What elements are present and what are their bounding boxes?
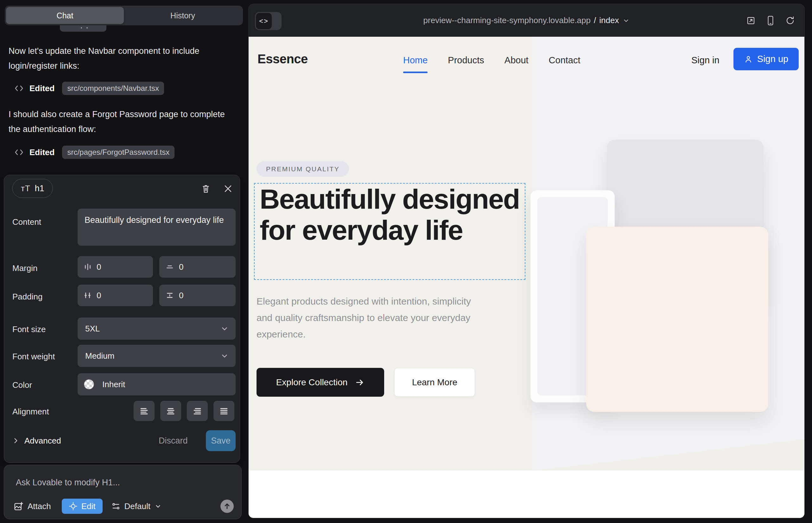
margin-horizontal-value: 0 bbox=[96, 262, 101, 272]
selected-element-outline[interactable]: Beautifully designed for everyday life bbox=[254, 183, 525, 280]
font-size-value: 5XL bbox=[85, 324, 100, 334]
font-weight-label: Font weight bbox=[12, 352, 55, 362]
alignment-label: Alignment bbox=[12, 407, 49, 417]
align-justify-button[interactable] bbox=[213, 401, 234, 421]
code-icon: <> bbox=[256, 13, 272, 29]
site-preview: Essence Home Products About Contact Sign… bbox=[249, 37, 805, 518]
align-center-button[interactable] bbox=[160, 401, 181, 421]
nav-link-home[interactable]: Home bbox=[403, 55, 427, 66]
below-hero-section bbox=[249, 470, 805, 518]
site-navbar: Essence Home Products About Contact Sign… bbox=[249, 37, 805, 81]
edit-label: Edit bbox=[82, 502, 96, 511]
hero-cta-row: Explore Collection Learn More bbox=[257, 368, 475, 397]
font-size-select[interactable]: 5XL bbox=[77, 318, 236, 340]
margin-vertical-input[interactable]: 0 bbox=[159, 256, 236, 278]
padding-horizontal-input[interactable]: 0 bbox=[77, 285, 153, 306]
edited-label: Edited bbox=[30, 147, 54, 157]
chevron-down-icon bbox=[623, 17, 630, 24]
save-button[interactable]: Save bbox=[206, 430, 236, 451]
close-editor-button[interactable] bbox=[223, 183, 233, 194]
default-label: Default bbox=[124, 502, 151, 511]
site-nav-links: Home Products About Contact bbox=[403, 55, 581, 66]
chat-history-tabs: Chat History bbox=[5, 6, 243, 25]
file-chip[interactable]: src/pages/ForgotPassword.tsx bbox=[62, 146, 175, 159]
lovable-app: Chat History Now let's update the Navbar… bbox=[0, 0, 812, 523]
code-preview-toggle[interactable]: <> bbox=[255, 12, 282, 30]
attach-label: Attach bbox=[28, 502, 51, 511]
sign-up-button[interactable]: Sign up bbox=[734, 48, 799, 70]
tab-chat[interactable]: Chat bbox=[6, 7, 124, 24]
user-icon bbox=[744, 55, 753, 64]
advanced-toggle[interactable]: Advanced bbox=[12, 430, 61, 451]
color-value: Inherit bbox=[102, 380, 125, 390]
chat-pane: Chat History Now let's update the Navbar… bbox=[0, 0, 244, 523]
padding-vertical-icon bbox=[166, 291, 174, 300]
explore-collection-button[interactable]: Explore Collection bbox=[257, 368, 384, 397]
open-in-new-tab-icon[interactable] bbox=[746, 16, 756, 25]
sign-in-link[interactable]: Sign in bbox=[691, 55, 720, 66]
learn-more-button[interactable]: Learn More bbox=[394, 368, 475, 397]
edited-label: Edited bbox=[30, 84, 54, 93]
editor-footer: Advanced Discard Save bbox=[4, 430, 240, 451]
code-icon bbox=[14, 84, 24, 92]
code-icon bbox=[14, 148, 24, 157]
nav-link-products[interactable]: Products bbox=[448, 55, 484, 66]
arrow-right-icon bbox=[355, 378, 365, 387]
sign-up-label: Sign up bbox=[757, 54, 788, 64]
padding-horizontal-icon bbox=[84, 291, 91, 300]
hero-heading[interactable]: Beautifully designed for everyday life bbox=[260, 184, 523, 246]
nav-link-contact[interactable]: Contact bbox=[549, 55, 581, 66]
hero-paragraph: Elegant products designed with intention… bbox=[257, 293, 475, 343]
target-icon bbox=[69, 502, 77, 511]
tab-history[interactable]: History bbox=[124, 7, 242, 24]
url-separator: / bbox=[594, 16, 596, 25]
selected-element-tag[interactable]: тT h1 bbox=[12, 179, 53, 198]
padding-label: Padding bbox=[12, 292, 42, 302]
url-page: index bbox=[599, 16, 619, 25]
margin-vertical-icon bbox=[166, 263, 174, 271]
align-right-button[interactable] bbox=[187, 401, 208, 421]
padding-horizontal-value: 0 bbox=[96, 291, 101, 301]
chevron-right-icon bbox=[12, 437, 19, 444]
attach-button[interactable]: Attach bbox=[14, 502, 51, 511]
font-weight-value: Medium bbox=[85, 351, 114, 361]
chat-message: I should also create a Forgot Password p… bbox=[8, 107, 235, 137]
margin-label: Margin bbox=[12, 264, 37, 273]
transparent-swatch-icon bbox=[84, 379, 94, 390]
advanced-label: Advanced bbox=[24, 436, 61, 446]
mobile-view-icon[interactable] bbox=[766, 16, 775, 26]
delete-element-button[interactable] bbox=[200, 183, 211, 194]
explore-collection-label: Explore Collection bbox=[276, 377, 348, 387]
site-logo[interactable]: Essence bbox=[258, 52, 308, 66]
preview-url[interactable]: preview--charming-site-symphony.lovable.… bbox=[423, 16, 630, 25]
chat-composer: Ask Lovable to modify H1... Attach Edit bbox=[4, 465, 242, 519]
chevron-down-icon bbox=[220, 325, 229, 333]
edit-mode-button[interactable]: Edit bbox=[62, 499, 103, 514]
send-button[interactable] bbox=[220, 500, 234, 513]
refresh-icon[interactable] bbox=[785, 16, 795, 25]
preview-window: <> preview--charming-site-symphony.lovab… bbox=[248, 4, 805, 518]
tag-name: h1 bbox=[35, 184, 44, 194]
composer-toolbar: Attach Edit Default bbox=[14, 498, 234, 515]
margin-horizontal-input[interactable]: 0 bbox=[77, 256, 153, 278]
color-input[interactable]: Inherit bbox=[77, 373, 236, 395]
element-editor-panel: тT h1 Content Beautifully designed for e… bbox=[4, 175, 240, 463]
hero-badge: PREMIUM QUALITY bbox=[257, 161, 349, 177]
font-size-label: Font size bbox=[12, 325, 46, 334]
margin-vertical-value: 0 bbox=[179, 262, 183, 272]
padding-vertical-input[interactable]: 0 bbox=[159, 285, 236, 306]
nav-link-about[interactable]: About bbox=[505, 55, 529, 66]
padding-vertical-value: 0 bbox=[179, 291, 183, 301]
color-label: Color bbox=[12, 380, 32, 390]
model-default-button[interactable]: Default bbox=[111, 502, 161, 511]
align-left-button[interactable] bbox=[134, 401, 155, 421]
image-plus-icon bbox=[14, 502, 23, 511]
content-input[interactable]: Beautifully designed for everyday life bbox=[77, 209, 236, 246]
url-host: preview--charming-site-symphony.lovable.… bbox=[423, 16, 590, 25]
decor-card-cream bbox=[586, 227, 768, 412]
file-chip[interactable]: src/components/Navbar.tsx bbox=[62, 82, 164, 95]
composer-input[interactable]: Ask Lovable to modify H1... bbox=[16, 478, 120, 488]
font-weight-select[interactable]: Medium bbox=[77, 345, 236, 367]
discard-button[interactable]: Discard bbox=[159, 430, 188, 451]
chat-message: Now let's update the Navbar component to… bbox=[8, 44, 235, 73]
